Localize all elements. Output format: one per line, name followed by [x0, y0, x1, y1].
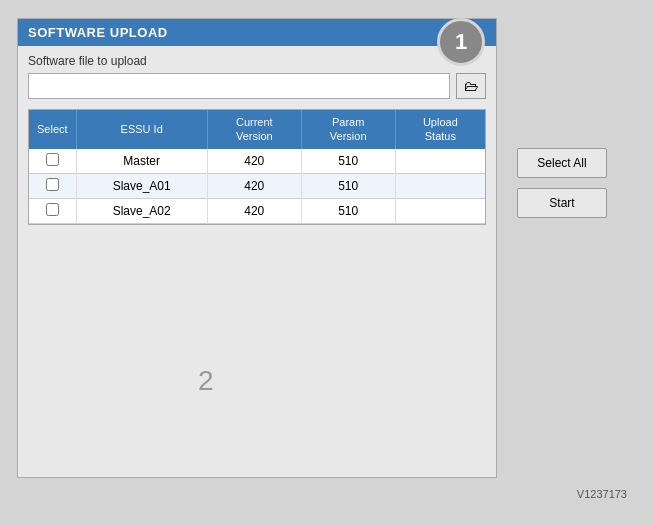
table-row: Master 420 510: [29, 149, 485, 174]
row-essu-id: Slave_A02: [76, 198, 207, 223]
row-current-version: 420: [207, 173, 301, 198]
main-panel: SOFTWARE UPLOAD Software file to upload …: [17, 18, 497, 478]
row-upload-status: [395, 149, 485, 174]
row-param-version: 510: [301, 173, 395, 198]
row-essu-id: Slave_A01: [76, 173, 207, 198]
row-checkbox-1[interactable]: [46, 178, 59, 191]
row-upload-status: [395, 198, 485, 223]
file-path-input[interactable]: [28, 73, 450, 99]
row-checkbox-cell[interactable]: [29, 198, 76, 223]
table-row: Slave_A01 420 510: [29, 173, 485, 198]
col-current-version: CurrentVersion: [207, 110, 301, 149]
essu-table-container: Select ESSU Id CurrentVersion ParamVersi…: [28, 109, 486, 225]
col-select: Select: [29, 110, 76, 149]
row-param-version: 510: [301, 198, 395, 223]
row-checkbox-cell[interactable]: [29, 149, 76, 174]
panel-header: SOFTWARE UPLOAD: [18, 19, 496, 46]
row-current-version: 420: [207, 198, 301, 223]
start-button[interactable]: Start: [517, 188, 607, 218]
row-param-version: 510: [301, 149, 395, 174]
row-essu-id: Master: [76, 149, 207, 174]
essu-table: Select ESSU Id CurrentVersion ParamVersi…: [29, 110, 485, 224]
file-label: Software file to upload: [28, 54, 486, 68]
row-current-version: 420: [207, 149, 301, 174]
right-buttons-panel: Select All Start: [517, 148, 607, 218]
row-checkbox-2[interactable]: [46, 203, 59, 216]
col-essu-id: ESSU Id: [76, 110, 207, 149]
row-upload-status: [395, 173, 485, 198]
badge-1: 1: [437, 18, 485, 66]
col-param-version: ParamVersion: [301, 110, 395, 149]
col-upload-status: UploadStatus: [395, 110, 485, 149]
folder-icon: 🗁: [464, 78, 478, 94]
row-checkbox-cell[interactable]: [29, 173, 76, 198]
label-2: 2: [198, 365, 214, 397]
row-checkbox-0[interactable]: [46, 153, 59, 166]
browse-button[interactable]: 🗁: [456, 73, 486, 99]
version-label: V1237173: [577, 488, 627, 500]
select-all-button[interactable]: Select All: [517, 148, 607, 178]
table-row: Slave_A02 420 510: [29, 198, 485, 223]
